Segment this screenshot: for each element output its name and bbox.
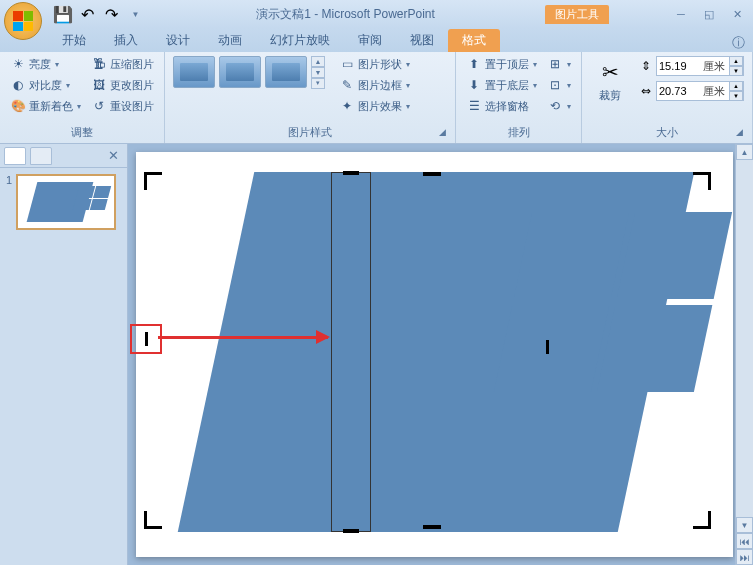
redo-icon: ↷ xyxy=(105,5,118,24)
grid-parallelograms[interactable] xyxy=(494,212,732,392)
canvas-area[interactable]: ▲ ▼ ⏮ ⏭ xyxy=(128,144,753,565)
style-gallery: ▲ ▼ ▾ xyxy=(171,54,325,90)
picture-border-button[interactable]: ✎图片边框▾ xyxy=(335,75,414,95)
crop-corner-tr[interactable] xyxy=(693,172,711,190)
slide-canvas[interactable] xyxy=(136,152,733,557)
width-down[interactable]: ▼ xyxy=(729,91,743,101)
gallery-down[interactable]: ▼ xyxy=(311,67,325,78)
crop-corner-tl[interactable] xyxy=(144,172,162,190)
workspace: ✕ 1 xyxy=(0,144,753,565)
save-button[interactable]: 💾 xyxy=(52,3,74,25)
selection-handle-top[interactable] xyxy=(343,171,359,175)
gallery-up[interactable]: ▲ xyxy=(311,56,325,67)
crop-corner-br[interactable] xyxy=(693,511,711,529)
outline-tab[interactable] xyxy=(30,147,52,165)
window-controls: ─ ◱ ✕ xyxy=(669,5,749,23)
prev-slide-nav[interactable]: ⏮ xyxy=(736,533,753,549)
group-label-size: 大小◢ xyxy=(588,124,746,141)
target-crop-handle[interactable] xyxy=(546,340,549,354)
tab-slideshow[interactable]: 幻灯片放映 xyxy=(256,29,344,52)
style-item-1[interactable] xyxy=(173,56,215,88)
back-icon: ⬇ xyxy=(466,77,482,93)
recolor-button[interactable]: 🎨重新着色▾ xyxy=(6,96,85,116)
group-button[interactable]: ⊡▾ xyxy=(543,75,575,95)
change-icon: 🖼 xyxy=(91,77,107,93)
height-up[interactable]: ▲ xyxy=(729,56,743,66)
height-down[interactable]: ▼ xyxy=(729,66,743,76)
size-launcher[interactable]: ◢ xyxy=(732,127,746,141)
crop-handle-bottom[interactable] xyxy=(423,525,441,529)
picture-shape-button[interactable]: ▭图片形状▾ xyxy=(335,54,414,74)
send-back-button[interactable]: ⬇置于底层▾ xyxy=(462,75,541,95)
panel-close-button[interactable]: ✕ xyxy=(104,148,123,163)
tab-home[interactable]: 开始 xyxy=(48,29,100,52)
tab-insert[interactable]: 插入 xyxy=(100,29,152,52)
redo-button[interactable]: ↷ xyxy=(100,3,122,25)
contrast-button[interactable]: ◐对比度▾ xyxy=(6,75,85,95)
group-label-styles: 图片样式◢ xyxy=(171,124,449,141)
picture-effects-button[interactable]: ✦图片效果▾ xyxy=(335,96,414,116)
office-button[interactable] xyxy=(4,2,42,40)
group-picture-styles: ▲ ▼ ▾ ▭图片形状▾ ✎图片边框▾ ✦图片效果▾ 图片样式◢ xyxy=(165,52,456,143)
annotation-arrow xyxy=(158,336,328,339)
style-item-3[interactable] xyxy=(265,56,307,88)
crop-corner-bl[interactable] xyxy=(144,511,162,529)
thumbnail-preview xyxy=(16,174,116,230)
selection-handle-bottom[interactable] xyxy=(343,529,359,533)
vertical-scrollbar[interactable]: ▲ ▼ ⏮ ⏭ xyxy=(735,144,753,565)
tab-view[interactable]: 视图 xyxy=(396,29,448,52)
contrast-icon: ◐ xyxy=(10,77,26,93)
qat-customize[interactable]: ▼ xyxy=(124,3,146,25)
crop-handle-left[interactable] xyxy=(145,332,148,346)
restore-button[interactable]: ◱ xyxy=(697,5,721,23)
shape-icon: ▭ xyxy=(339,56,355,72)
width-field[interactable] xyxy=(657,85,699,97)
minimize-button[interactable]: ─ xyxy=(669,5,693,23)
help-button[interactable]: ⓘ xyxy=(732,34,745,52)
scroll-down[interactable]: ▼ xyxy=(736,517,753,533)
context-tab-label: 图片工具 xyxy=(545,5,609,24)
selection-box[interactable] xyxy=(331,172,371,532)
scroll-up[interactable]: ▲ xyxy=(736,144,753,160)
selection-pane-button[interactable]: ☰选择窗格 xyxy=(462,96,541,116)
styles-launcher[interactable]: ◢ xyxy=(435,127,449,141)
group-size: ✂ 裁剪 ⇕ 厘米 ▲▼ ⇔ 厘米 ▲▼ xyxy=(582,52,753,143)
close-button[interactable]: ✕ xyxy=(725,5,749,23)
rotate-icon: ⟲ xyxy=(547,98,563,114)
save-icon: 💾 xyxy=(53,5,73,24)
office-logo-icon xyxy=(13,11,33,31)
slide-thumbnail-1[interactable]: 1 xyxy=(6,174,121,230)
slide-panel: ✕ 1 xyxy=(0,144,128,565)
tab-animation[interactable]: 动画 xyxy=(204,29,256,52)
undo-icon: ↶ xyxy=(81,5,94,24)
recolor-icon: 🎨 xyxy=(10,98,26,114)
scroll-track[interactable] xyxy=(736,160,753,517)
tab-design[interactable]: 设计 xyxy=(152,29,204,52)
width-up[interactable]: ▲ xyxy=(729,81,743,91)
rotate-button[interactable]: ⟲▾ xyxy=(543,96,575,116)
tab-review[interactable]: 审阅 xyxy=(344,29,396,52)
align-icon: ⊞ xyxy=(547,56,563,72)
crop-button[interactable]: ✂ 裁剪 xyxy=(588,54,632,105)
compress-button[interactable]: 🗜压缩图片 xyxy=(87,54,158,74)
width-input[interactable]: 厘米 ▲▼ xyxy=(656,81,744,101)
next-slide-nav[interactable]: ⏭ xyxy=(736,549,753,565)
group-icon: ⊡ xyxy=(547,77,563,93)
width-icon: ⇔ xyxy=(638,83,654,99)
slide-number: 1 xyxy=(6,174,12,230)
reset-picture-button[interactable]: ↺重设图片 xyxy=(87,96,158,116)
gallery-more[interactable]: ▾ xyxy=(311,78,325,89)
crop-handle-top[interactable] xyxy=(423,172,441,176)
style-item-2[interactable] xyxy=(219,56,261,88)
quick-access-toolbar: 💾 ↶ ↷ ▼ xyxy=(52,3,146,25)
slides-tab[interactable] xyxy=(4,147,26,165)
bring-front-button[interactable]: ⬆置于顶层▾ xyxy=(462,54,541,74)
tab-format[interactable]: 格式 xyxy=(448,29,500,52)
height-field[interactable] xyxy=(657,60,699,72)
height-input[interactable]: 厘米 ▲▼ xyxy=(656,56,744,76)
align-button[interactable]: ⊞▾ xyxy=(543,54,575,74)
change-picture-button[interactable]: 🖼更改图片 xyxy=(87,75,158,95)
undo-button[interactable]: ↶ xyxy=(76,3,98,25)
brightness-button[interactable]: ☀亮度▾ xyxy=(6,54,85,74)
front-icon: ⬆ xyxy=(466,56,482,72)
